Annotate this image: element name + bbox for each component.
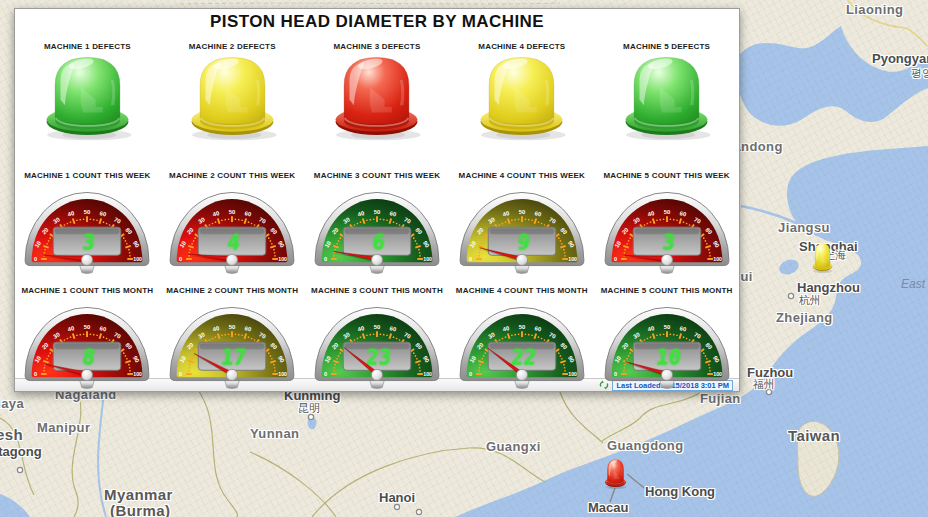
- map-label-cjk: 杭州: [799, 293, 821, 308]
- label-machine-1-month: MACHINE 1 COUNT THIS MONTH: [21, 286, 153, 295]
- month-cell-machine-3: MACHINE 3 COUNT THIS MONTH10203040506070…: [305, 286, 450, 389]
- label-machine-1-week: MACHINE 1 COUNT THIS WEEK: [24, 171, 150, 180]
- svg-text:0: 0: [324, 371, 327, 377]
- gauge-machine-1-month-value: 8: [82, 346, 97, 370]
- label-machine-3-week: MACHINE 3 COUNT THIS WEEK: [314, 171, 440, 180]
- svg-text:0: 0: [324, 256, 327, 262]
- map-label-liaoning: Liaoning: [846, 2, 903, 17]
- defects-cell-machine-1: MACHINE 1 DEFECTS: [15, 42, 160, 143]
- week-cell-machine-3: MACHINE 3 COUNT THIS WEEK102030405060708…: [305, 171, 450, 274]
- gauge-machine-1-week: 10203040506070809001003: [21, 184, 153, 274]
- label-machine-4-month: MACHINE 4 COUNT THIS MONTH: [456, 286, 588, 295]
- label-machine-2-defects: MACHINE 2 DEFECTS: [189, 42, 276, 51]
- svg-text:100: 100: [134, 371, 143, 377]
- svg-text:0: 0: [613, 371, 616, 377]
- defects-cell-machine-2: MACHINE 2 DEFECTS: [160, 42, 305, 143]
- map-label-hong-kong: Hong Kong: [645, 484, 715, 499]
- city-dot: [416, 509, 421, 514]
- city-dot: [788, 293, 793, 298]
- month-cell-machine-5: MACHINE 5 COUNT THIS MONTH10203040506070…: [594, 286, 739, 389]
- defect-lights-row: MACHINE 1 DEFECTSMACHINE 2 DEFECTSMACHIN…: [15, 42, 739, 143]
- svg-text:100: 100: [423, 371, 432, 377]
- label-machine-3-month: MACHINE 3 COUNT THIS MONTH: [311, 286, 443, 295]
- gauge-machine-2-month-value: 17: [220, 346, 247, 370]
- gauge-machine-2-month: 102030405060708090010017: [166, 299, 298, 389]
- svg-text:50: 50: [374, 324, 381, 330]
- svg-text:50: 50: [374, 209, 381, 215]
- map-led-shanghai[interactable]: [811, 242, 834, 278]
- map-label-bangladesh: Bangladesh: [0, 426, 23, 443]
- svg-text:50: 50: [663, 209, 670, 215]
- gauge-machine-2-week-value: 4: [226, 231, 241, 255]
- defect-light-machine-2: [183, 53, 282, 143]
- gauge-machine-4-week-value: 9: [516, 231, 531, 255]
- map-label-chittagong: Chittagong: [0, 444, 42, 459]
- gauge-machine-3-week: 10203040506070809001006: [311, 184, 443, 274]
- map-label-cjk: 昆明: [298, 401, 320, 416]
- defects-cell-machine-3: MACHINE 3 DEFECTS: [305, 42, 450, 143]
- label-machine-5-defects: MACHINE 5 DEFECTS: [623, 42, 710, 51]
- svg-text:100: 100: [713, 371, 722, 377]
- svg-text:50: 50: [229, 209, 236, 215]
- map-label-fujian: Fujian: [700, 391, 741, 406]
- label-machine-1-defects: MACHINE 1 DEFECTS: [44, 42, 131, 51]
- svg-text:0: 0: [34, 256, 37, 262]
- label-machine-2-week: MACHINE 2 COUNT THIS WEEK: [169, 171, 295, 180]
- svg-text:100: 100: [278, 256, 287, 262]
- label-machine-4-defects: MACHINE 4 DEFECTS: [478, 42, 565, 51]
- gauge-machine-4-month-value: 22: [510, 346, 537, 370]
- week-cell-machine-1: MACHINE 1 COUNT THIS WEEK102030405060708…: [15, 171, 160, 274]
- gauge-machine-5-week-value: 3: [661, 231, 676, 255]
- svg-text:50: 50: [663, 324, 670, 330]
- week-cell-machine-4: MACHINE 4 COUNT THIS WEEK102030405060708…: [449, 171, 594, 274]
- label-machine-5-week: MACHINE 5 COUNT THIS WEEK: [603, 171, 729, 180]
- gauge-machine-3-week-value: 6: [371, 231, 386, 255]
- gauge-machine-5-week: 10203040506070809001003: [601, 184, 733, 274]
- map-led-shanghai-led: [811, 242, 834, 274]
- svg-text:0: 0: [469, 371, 472, 377]
- dashboard-panel: PISTON HEAD DIAMETER BY MACHINE MACHINE …: [14, 8, 740, 392]
- week-cell-machine-5: MACHINE 5 COUNT THIS WEEK102030405060708…: [594, 171, 739, 274]
- month-cell-machine-1: MACHINE 1 COUNT THIS MONTH10203040506070…: [15, 286, 160, 389]
- defect-light-machine-4: [472, 53, 571, 143]
- map-label-cjk: 福州: [753, 377, 775, 392]
- defect-light-machine-1: [38, 53, 137, 143]
- gauge-machine-1-month: 10203040506070809001008: [21, 299, 153, 389]
- defect-light-machine-3: [327, 53, 426, 143]
- map-label-cjk: 평양: [911, 66, 928, 81]
- label-machine-2-month: MACHINE 2 COUNT THIS MONTH: [166, 286, 298, 295]
- gauge-machine-5-month-value: 10: [655, 346, 682, 370]
- svg-text:50: 50: [519, 209, 526, 215]
- month-cell-machine-4: MACHINE 4 COUNT THIS MONTH10203040506070…: [449, 286, 594, 389]
- month-cell-machine-2: MACHINE 2 COUNT THIS MONTH10203040506070…: [160, 286, 305, 389]
- map-label-pyongyang: Pyongyang: [872, 51, 928, 66]
- svg-text:100: 100: [568, 371, 577, 377]
- svg-text:50: 50: [229, 324, 236, 330]
- label-machine-4-week: MACHINE 4 COUNT THIS WEEK: [459, 171, 585, 180]
- week-gauges-row: MACHINE 1 COUNT THIS WEEK102030405060708…: [15, 171, 739, 274]
- map-label-burma: (Burma): [110, 502, 170, 517]
- svg-text:100: 100: [134, 256, 143, 262]
- map-led-hongkong-led: [603, 458, 628, 490]
- gauge-machine-2-week: 10203040506070809001004: [166, 184, 298, 274]
- map-label-hanoi: Hanoi: [379, 490, 415, 505]
- map-label-myanmar: Myanmar: [104, 486, 173, 503]
- svg-text:50: 50: [84, 324, 91, 330]
- map-label-meghalaya: Meghalaya: [0, 396, 24, 411]
- map-label-yunnan: Yunnan: [250, 426, 299, 441]
- map-label-east-ch: East Ch: [901, 277, 928, 291]
- map-label-guangdong: Guangdong: [607, 438, 684, 453]
- svg-text:100: 100: [568, 256, 577, 262]
- defect-light-machine-5: [617, 53, 716, 143]
- map-label-manipur: Manipur: [37, 420, 90, 435]
- map-led-hongkong[interactable]: [603, 458, 628, 494]
- svg-text:0: 0: [613, 256, 616, 262]
- week-cell-machine-2: MACHINE 2 COUNT THIS WEEK102030405060708…: [160, 171, 305, 274]
- svg-text:0: 0: [179, 256, 182, 262]
- gauge-machine-3-month: 102030405060708090010023: [311, 299, 443, 389]
- month-gauges-row: MACHINE 1 COUNT THIS MONTH10203040506070…: [15, 286, 739, 389]
- svg-text:0: 0: [179, 371, 182, 377]
- svg-text:50: 50: [519, 324, 526, 330]
- gauge-machine-4-month: 102030405060708090010022: [456, 299, 588, 389]
- map-label-guangxi: Guangxi: [486, 439, 541, 454]
